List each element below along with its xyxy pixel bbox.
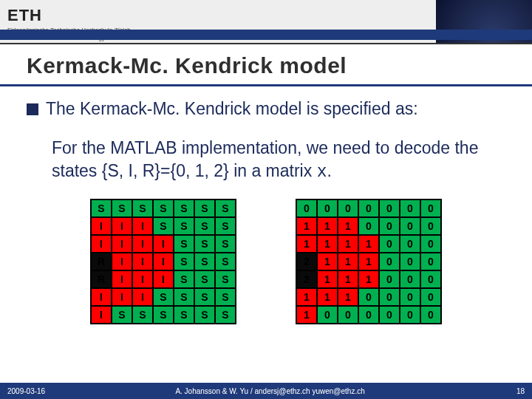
grid-cell: S xyxy=(153,306,174,324)
slide-title: Kermack-Mc. Kendrick model xyxy=(27,53,532,78)
paragraph-1: For the MATLAB implementation, we need t… xyxy=(52,137,505,184)
grid-cell: 1 xyxy=(296,288,317,306)
header-underline xyxy=(0,43,532,44)
grid-cell: 1 xyxy=(358,235,379,253)
grid-cell: I xyxy=(132,235,153,253)
grid-cell: 1 xyxy=(338,253,358,270)
grid-cell: 0 xyxy=(379,288,400,306)
grid-cell: 0 xyxy=(379,217,400,235)
grid-cell: 0 xyxy=(317,306,338,324)
grid-cell: 0 xyxy=(420,217,441,235)
grid-cell: I xyxy=(132,217,153,235)
bullet-1: The Kermack-Mc. Kendrick model is specif… xyxy=(27,98,505,120)
grid-cell: 0 xyxy=(379,270,400,288)
grid-cell: S xyxy=(194,253,215,270)
grid-cell: I xyxy=(132,288,153,306)
header: ETH Eidgenössische Technische Hochschule… xyxy=(0,0,532,44)
grid-cell: S xyxy=(194,217,215,235)
grid-cell: 0 xyxy=(420,235,441,253)
grid-cell: I xyxy=(132,270,153,288)
grid-cell: 1 xyxy=(338,217,358,235)
grid-cell: S xyxy=(153,217,174,235)
grid-cell: 0 xyxy=(420,253,441,270)
grid-cell: 0 xyxy=(358,288,379,306)
grid-cell: S xyxy=(215,235,236,253)
grid-cell: S xyxy=(215,217,236,235)
tables-row: SSSSSSSIIISSSSIIIISSSRIIISSSRIIISSSIIISS… xyxy=(27,199,505,324)
grid-cell: S xyxy=(174,270,194,288)
footer-date: 2009-03-16 xyxy=(7,387,45,395)
grid-cell: 0 xyxy=(400,217,420,235)
bullet-marker-icon xyxy=(27,103,38,115)
grid-cell: 0 xyxy=(420,200,441,217)
grid-cell: 0 xyxy=(420,306,441,324)
bullet-1-text: The Kermack-Mc. Kendrick model is specif… xyxy=(46,98,418,120)
footer-page: 18 xyxy=(495,387,525,395)
grid-cell: I xyxy=(132,253,153,270)
grid-cell: 0 xyxy=(379,200,400,217)
grid-cell: 1 xyxy=(317,235,338,253)
grid-cell: S xyxy=(174,235,194,253)
state-grid-numbers: 0000000111000011110002111000211100011100… xyxy=(296,199,442,324)
grid-cell: 1 xyxy=(317,288,338,306)
grid-cell: 1 xyxy=(317,217,338,235)
grid-cell: S xyxy=(174,217,194,235)
grid-cell: S xyxy=(153,200,174,217)
grid-cell: 0 xyxy=(379,235,400,253)
grid-cell: 2 xyxy=(296,253,317,270)
grid-cell: 1 xyxy=(296,306,317,324)
grid-cell: I xyxy=(153,253,174,270)
grid-cell: I xyxy=(91,306,112,324)
grid-cell: S xyxy=(194,288,215,306)
grid-cell: 0 xyxy=(317,200,338,217)
grid-cell: S xyxy=(215,253,236,270)
grid-cell: S xyxy=(215,288,236,306)
slide-body: The Kermack-Mc. Kendrick model is specif… xyxy=(0,98,532,383)
grid-cell: 0 xyxy=(358,200,379,217)
grid-cell: S xyxy=(153,288,174,306)
grid-cell: 0 xyxy=(338,306,358,324)
eth-logo: ETH xyxy=(7,6,229,25)
grid-cell: 0 xyxy=(296,200,317,217)
grid-cell: 1 xyxy=(317,253,338,270)
grid-cell: 0 xyxy=(358,306,379,324)
grid-cell: S xyxy=(194,235,215,253)
footer-credits: A. Johansson & W. Yu / andersj@ethz.ch y… xyxy=(45,387,495,395)
grid-cell: S xyxy=(194,306,215,324)
grid-cell: R xyxy=(91,270,112,288)
grid-cell: 0 xyxy=(400,306,420,324)
grid-cell: S xyxy=(194,200,215,217)
grid-cell: 0 xyxy=(400,200,420,217)
grid-cell: S xyxy=(174,200,194,217)
grid-cell: S xyxy=(174,253,194,270)
grid-cell: 1 xyxy=(296,235,317,253)
grid-cell: I xyxy=(112,288,132,306)
grid-cell: S xyxy=(215,306,236,324)
grid-cell: 0 xyxy=(400,235,420,253)
grid-cell: S xyxy=(174,306,194,324)
grid-cell: 0 xyxy=(420,288,441,306)
grid-cell: S xyxy=(91,200,112,217)
grid-cell: S xyxy=(112,306,132,324)
grid-cell: I xyxy=(91,217,112,235)
grid-cell: 1 xyxy=(338,288,358,306)
title-rule xyxy=(0,84,532,86)
grid-cell: 0 xyxy=(338,200,358,217)
grid-cell: S xyxy=(112,200,132,217)
grid-cell: 0 xyxy=(358,217,379,235)
grid-cell: I xyxy=(112,235,132,253)
grid-cell: 1 xyxy=(358,253,379,270)
grid-cell: S xyxy=(132,200,153,217)
grid-cell: I xyxy=(112,270,132,288)
grid-cell: I xyxy=(91,288,112,306)
grid-cell: I xyxy=(112,253,132,270)
grid-cell: S xyxy=(132,306,153,324)
paragraph-1-code: x xyxy=(317,163,327,182)
paragraph-1-a: For the MATLAB implementation, we need t… xyxy=(52,138,478,180)
grid-cell: S xyxy=(194,270,215,288)
state-grid-letters: SSSSSSSIIISSSSIIIISSSRIIISSSRIIISSSIIISS… xyxy=(90,199,236,324)
slide: ETH Eidgenössische Technische Hochschule… xyxy=(0,0,532,399)
grid-cell: 1 xyxy=(338,270,358,288)
grid-cell: S xyxy=(215,200,236,217)
grid-cell: 0 xyxy=(379,253,400,270)
